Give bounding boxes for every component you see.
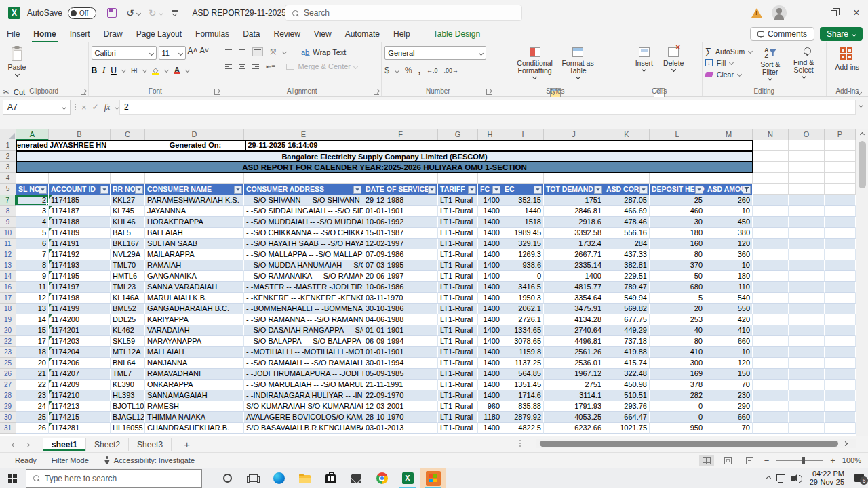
- cell-asd_cor-13[interactable]: 382.81: [604, 260, 650, 271]
- conditional-formatting-button[interactable]: Conditional Formatting: [514, 45, 556, 85]
- cell-date-23[interactable]: 01-01-1901: [363, 347, 438, 358]
- tab-table-design[interactable]: Table Design: [427, 26, 487, 41]
- filter-dropdown-icon[interactable]: [639, 186, 648, 194]
- microsoft-store-icon[interactable]: [317, 468, 343, 488]
- cell-name-26[interactable]: RAMAVADHANI: [145, 369, 244, 380]
- cell-fc-25[interactable]: 1400: [478, 358, 502, 369]
- cell-ec-20[interactable]: 1334.65: [502, 325, 544, 336]
- cell-sl-26[interactable]: 21: [16, 369, 49, 380]
- cell-ec-8[interactable]: 1440: [502, 206, 544, 217]
- font-dialog-launcher[interactable]: [214, 89, 220, 95]
- excel-taskbar-icon[interactable]: X: [395, 468, 420, 488]
- cell-tot_demand-8[interactable]: 2846.81: [544, 206, 604, 217]
- cell-rr-20[interactable]: KL462: [111, 325, 145, 336]
- cell-rr-9[interactable]: KHL46: [111, 217, 145, 228]
- cell[interactable]: [705, 173, 753, 184]
- cell-account-12[interactable]: 1174192: [49, 249, 111, 260]
- row-header-19[interactable]: 19: [0, 314, 16, 325]
- cell[interactable]: [825, 249, 856, 260]
- cell-name-11[interactable]: SULTAN SAAB: [145, 239, 244, 249]
- cell-name-30[interactable]: THIMMA NAIAKA: [145, 412, 244, 423]
- cell-tot_demand-26[interactable]: 1967.12: [544, 369, 604, 380]
- tab-home[interactable]: Home: [26, 26, 62, 41]
- status-accessibility[interactable]: Accessibility: Investigate: [104, 456, 195, 464]
- cell-address-30[interactable]: AVALAGERE BOVICOLOS/O KAMALA: [244, 412, 363, 423]
- cell-name-8[interactable]: JAYANNNA: [145, 206, 244, 217]
- cell-fc-29[interactable]: 960: [478, 401, 502, 412]
- cancel-icon[interactable]: ×: [81, 102, 87, 113]
- cell-sl-7[interactable]: 2: [16, 195, 49, 206]
- restore-button[interactable]: [822, 0, 845, 26]
- cell-sl-19[interactable]: 14: [16, 314, 49, 325]
- cell-tariff-29[interactable]: LT1-Rural: [438, 401, 478, 412]
- cell[interactable]: [244, 173, 363, 184]
- cell-rr-22[interactable]: SKL59: [111, 336, 145, 347]
- cell-address-9[interactable]: - -S/O MUDDAIAH -- -S/O MUDDAIAH: [244, 217, 363, 228]
- table-header-fc[interactable]: FC: [478, 184, 502, 195]
- cell-asd_cor-16[interactable]: 789.47: [604, 282, 650, 293]
- delete-cells-button[interactable]: Delete: [660, 45, 687, 85]
- cell-fc-12[interactable]: 1400: [478, 249, 502, 260]
- cell-sl-27[interactable]: 22: [16, 380, 49, 390]
- cell-address-22[interactable]: - -S/O BALAPPA -- -S/O BALAPPA -SH: [244, 336, 363, 347]
- cell-deposit_held-27[interactable]: 378: [650, 380, 705, 390]
- generated-by-label[interactable]: enerated By: [17, 141, 50, 150]
- sheet-tab-sheet2[interactable]: Sheet2: [86, 438, 129, 451]
- column-header-G[interactable]: G: [438, 129, 478, 140]
- cell-sl-29[interactable]: 24: [16, 401, 49, 412]
- filter-applied-icon[interactable]: [743, 186, 751, 194]
- row-header-17[interactable]: 17: [0, 293, 16, 304]
- cell-account-7[interactable]: 1174185: [49, 195, 111, 206]
- cell-address-29[interactable]: S/O KUMARAIAH S/O KUMARAIAH (: [244, 401, 363, 412]
- cell-rr-12[interactable]: NVL29A: [111, 249, 145, 260]
- cell-address-20[interactable]: - -S/O DASAIAH RANGAPPA -- -S/O D: [244, 325, 363, 336]
- cell-address-13[interactable]: - -S/O MUDDA HANUMAIAH -- -S/O N: [244, 260, 363, 271]
- cell-sl-10[interactable]: 5: [16, 228, 49, 239]
- cell[interactable]: [111, 173, 145, 184]
- cell-rr-17[interactable]: KL146A: [111, 293, 145, 304]
- cell-tariff-7[interactable]: LT1-Rural: [438, 195, 478, 206]
- cell-account-9[interactable]: 1174188: [49, 217, 111, 228]
- cell[interactable]: [789, 380, 825, 390]
- user-avatar[interactable]: [772, 5, 787, 20]
- cell-tot_demand-30[interactable]: 4053.25: [544, 412, 604, 423]
- filter-dropdown-icon[interactable]: [534, 186, 542, 194]
- sheet-tab-sheet3[interactable]: Sheet3: [129, 438, 172, 451]
- cell-deposit_held-23[interactable]: 410: [650, 347, 705, 358]
- zoom-level[interactable]: 100%: [842, 456, 861, 464]
- cell-ec-11[interactable]: 329.15: [502, 239, 544, 249]
- cell[interactable]: [825, 206, 856, 217]
- cell-name-28[interactable]: SANNAMAGAIAH: [145, 390, 244, 401]
- cell-date-17[interactable]: 03-11-1970: [363, 293, 438, 304]
- align-bottom-icon[interactable]: [252, 47, 263, 56]
- cell[interactable]: [825, 347, 856, 358]
- column-header-D[interactable]: D: [145, 129, 244, 140]
- column-header-O[interactable]: O: [789, 129, 825, 140]
- cell-address-19[interactable]: - -S/O RAMANNA -- -S/O RAMANNA: [244, 314, 363, 325]
- enter-icon[interactable]: ✓: [92, 102, 99, 112]
- cell-account-23[interactable]: 1174204: [49, 347, 111, 358]
- row-header-28[interactable]: 28: [0, 390, 16, 401]
- cell[interactable]: [825, 380, 856, 390]
- cell-sl-12[interactable]: 7: [16, 249, 49, 260]
- filter-dropdown-icon[interactable]: [353, 186, 361, 194]
- cell-asd_amount-14[interactable]: 180: [705, 271, 753, 282]
- cell-tariff-23[interactable]: LT1-Rural: [438, 347, 478, 358]
- cell-rr-7[interactable]: KKL27: [111, 195, 145, 206]
- cell-sl-22[interactable]: 17: [16, 336, 49, 347]
- cell-address-28[interactable]: - -INDIRANAGARA HULIYAR -- -INDIR: [244, 390, 363, 401]
- tab-automate[interactable]: Automate: [338, 26, 387, 41]
- cell-tot_demand-16[interactable]: 4815.77: [544, 282, 604, 293]
- cell-tariff-8[interactable]: LT1-Rural: [438, 206, 478, 217]
- cell-asd_cor-28[interactable]: 510.51: [604, 390, 650, 401]
- cell-address-10[interactable]: - -S/O CHIKKANNA -- -S/O CHIKKANN: [244, 228, 363, 239]
- cell-asd_cor-30[interactable]: 664.47: [604, 412, 650, 423]
- row-header-26[interactable]: 26: [0, 369, 16, 380]
- cell-asd_amount-25[interactable]: 120: [705, 358, 753, 369]
- cell-tariff-26[interactable]: LT1-Rural: [438, 369, 478, 380]
- cell-deposit_held-19[interactable]: 253: [650, 314, 705, 325]
- cell-sl-14[interactable]: 9: [16, 271, 49, 282]
- cell-asd_amount-27[interactable]: 70: [705, 380, 753, 390]
- cell-account-19[interactable]: 1174200: [49, 314, 111, 325]
- cell[interactable]: [789, 336, 825, 347]
